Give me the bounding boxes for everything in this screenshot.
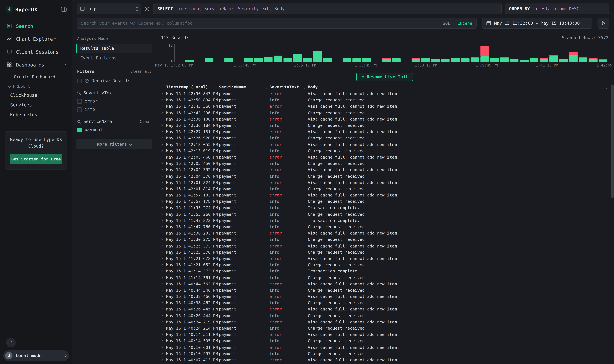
table-row[interactable]: May 15 1:40:14.511 PMpaymenterrorVisa ca… — [161, 331, 609, 338]
histogram-bar[interactable] — [274, 44, 282, 62]
order-by-input[interactable]: ORDER BY TimestampTime DESC — [505, 3, 609, 14]
histogram-bar[interactable] — [392, 44, 401, 62]
table-row[interactable]: May 15 1:42:36.184 PMpaymentinfoCharge r… — [161, 122, 609, 129]
histogram-bar[interactable] — [589, 44, 597, 62]
row-expand-icon[interactable] — [161, 359, 166, 361]
histogram-bar[interactable] — [461, 44, 469, 62]
row-expand-icon[interactable] — [161, 169, 166, 170]
table-row[interactable]: May 15 1:41:21.678 PMpaymenterrorVisa ca… — [161, 255, 609, 261]
histogram-bar[interactable] — [421, 44, 430, 62]
search-input[interactable] — [81, 21, 440, 26]
histogram-bar[interactable] — [254, 44, 263, 62]
denoise-checkbox[interactable] — [77, 78, 82, 83]
clear-all-link[interactable]: Clear all — [131, 69, 152, 73]
sidebar-item-search[interactable]: Search — [0, 20, 72, 32]
table-row[interactable]: May 15 1:42:01.824 PMpaymenterrorVisa ca… — [161, 179, 609, 185]
column-body[interactable]: Body⋮ — [308, 85, 608, 89]
facet-clear-link[interactable]: Clear — [140, 119, 152, 124]
resume-live-tail-button[interactable]: Resume Live Tail — [356, 73, 413, 81]
sidebar-item-chart-explorer[interactable]: Chart Explorer — [0, 32, 72, 45]
histogram-bar[interactable] — [451, 44, 459, 62]
gear-icon[interactable] — [144, 6, 150, 12]
row-expand-icon[interactable] — [161, 315, 166, 316]
column-resize-handle[interactable]: ⋮ — [214, 85, 218, 89]
histogram-bar[interactable] — [264, 44, 273, 62]
histogram-bar[interactable] — [224, 44, 233, 62]
local-mode-menu[interactable]: U Local mode — [3, 351, 69, 361]
table-row[interactable]: May 15 1:42:04.376 PMpaymentinfoCharge r… — [161, 173, 609, 179]
vertical-scrollbar[interactable] — [611, 33, 614, 364]
presets-section[interactable]: PRESETS — [0, 82, 72, 90]
table-row[interactable]: May 15 1:42:05.460 PMpaymenterrorVisa ca… — [161, 154, 609, 160]
payment-checkbox[interactable]: ✓ — [77, 128, 82, 132]
results-histogram[interactable]: 12 0 May 15 1:32:00 PM1:33:45 PM1:35:15 … — [161, 43, 609, 68]
preset-item-kubernetes[interactable]: Kubernetes — [0, 110, 72, 119]
row-expand-icon[interactable] — [161, 264, 166, 265]
table-row[interactable]: May 15 1:42:50.834 PMpaymentinfoCharge r… — [161, 97, 609, 103]
row-expand-icon[interactable] — [161, 251, 166, 253]
histogram-bar[interactable] — [362, 44, 371, 62]
facet-option-payment[interactable]: ✓ payment — [76, 126, 152, 134]
histogram-bars[interactable] — [174, 44, 608, 62]
table-row[interactable]: May 15 1:41:47.766 PMpaymentinfoCharge r… — [161, 223, 609, 230]
time-range-picker[interactable]: May 15 13:32:00 - May 15 13:43:00 — [482, 18, 592, 29]
row-expand-icon[interactable] — [161, 277, 166, 278]
column-servicename[interactable]: ServiceName⋮ — [219, 85, 269, 89]
row-expand-icon[interactable] — [161, 105, 166, 107]
table-row[interactable]: May 15 1:41:30.275 PMpaymentinfoCharge r… — [161, 236, 609, 242]
histogram-bar[interactable] — [520, 44, 528, 62]
help-button[interactable]: ? — [6, 338, 16, 347]
facet-option-error[interactable]: error — [76, 97, 152, 105]
histogram-bar[interactable] — [205, 44, 213, 62]
table-row[interactable]: May 15 1:42:43.360 PMpaymenterrorVisa ca… — [161, 103, 609, 109]
histogram-bar[interactable] — [490, 44, 499, 62]
histogram-bar[interactable] — [470, 44, 479, 62]
sidebar-item-client-sessions[interactable]: Client Sessions — [0, 45, 72, 58]
table-row[interactable]: May 15 1:40:38.462 PMpaymentinfoCharge r… — [161, 300, 609, 306]
row-expand-icon[interactable] — [161, 296, 166, 297]
table-row[interactable]: May 15 1:41:25.370 PMpaymentinfoCharge r… — [161, 249, 609, 255]
table-row[interactable]: May 15 1:41:53.274 PMpaymentinfoTransact… — [161, 205, 609, 211]
row-expand-icon[interactable] — [161, 194, 166, 196]
row-expand-icon[interactable] — [161, 150, 166, 151]
row-expand-icon[interactable] — [161, 334, 166, 335]
row-expand-icon[interactable] — [161, 131, 166, 132]
row-expand-icon[interactable] — [161, 258, 166, 259]
table-row[interactable]: May 15 1:40:38.466 PMpaymenterrorVisa ca… — [161, 293, 609, 299]
create-dashboard-button[interactable]: + Create Dashboard — [0, 71, 72, 82]
table-row[interactable]: May 15 1:41:47.823 PMpaymentinfoTransact… — [161, 217, 609, 223]
sidebar-item-dashboards[interactable]: Dashboards — [0, 58, 72, 71]
table-row[interactable]: May 15 1:41:21.652 PMpaymentinfoCharge r… — [161, 262, 609, 268]
row-expand-icon[interactable] — [161, 156, 166, 158]
row-expand-icon[interactable] — [161, 226, 166, 227]
table-row[interactable]: May 15 1:41:57.183 PMpaymenterrorVisa ca… — [161, 192, 609, 198]
table-row[interactable]: May 15 1:41:53.260 PMpaymentinfoCharge r… — [161, 211, 609, 217]
row-expand-icon[interactable] — [161, 340, 166, 341]
histogram-bar[interactable] — [323, 44, 332, 62]
sidebar-collapse-icon[interactable] — [61, 7, 67, 12]
facet-option-info[interactable]: info — [76, 105, 152, 114]
lucene-toggle[interactable]: Lucene — [457, 21, 472, 26]
table-row[interactable]: May 15 1:41:30.283 PMpaymenterrorVisa ca… — [161, 230, 609, 236]
mode-results-table[interactable]: Results Table — [76, 44, 152, 53]
table-row[interactable]: May 15 1:40:44.546 PMpaymentinfoCharge r… — [161, 287, 609, 293]
table-row[interactable]: May 15 1:40:07.413 PMpaymenterrorVisa ca… — [161, 357, 609, 363]
row-expand-icon[interactable] — [161, 137, 166, 139]
table-row[interactable]: May 15 1:42:50.843 PMpaymenterrorVisa ca… — [161, 91, 609, 97]
row-expand-icon[interactable] — [161, 302, 166, 303]
table-row[interactable]: May 15 1:41:57.178 PMpaymentinfoCharge r… — [161, 198, 609, 204]
table-row[interactable]: May 15 1:42:26.920 PMpaymentinfoCharge r… — [161, 135, 609, 141]
histogram-bar[interactable] — [244, 44, 253, 62]
row-expand-icon[interactable] — [161, 125, 166, 126]
row-expand-icon[interactable] — [161, 162, 166, 164]
histogram-bar[interactable] — [402, 44, 410, 62]
table-row[interactable]: May 15 1:41:14.361 PMpaymentinfoCharge r… — [161, 274, 609, 281]
histogram-bar[interactable] — [303, 44, 312, 62]
column-timestamp[interactable]: Timestamp (Local)⋮ — [166, 85, 219, 89]
table-row[interactable]: May 15 1:40:07.410 PMpaymentinfoCharge r… — [161, 363, 609, 364]
get-started-button[interactable]: Get Started for Free — [10, 154, 62, 164]
histogram-bar[interactable] — [185, 44, 194, 62]
histogram-bar[interactable] — [313, 44, 322, 62]
histogram-bar[interactable] — [441, 44, 450, 62]
histogram-bar[interactable] — [284, 44, 292, 62]
